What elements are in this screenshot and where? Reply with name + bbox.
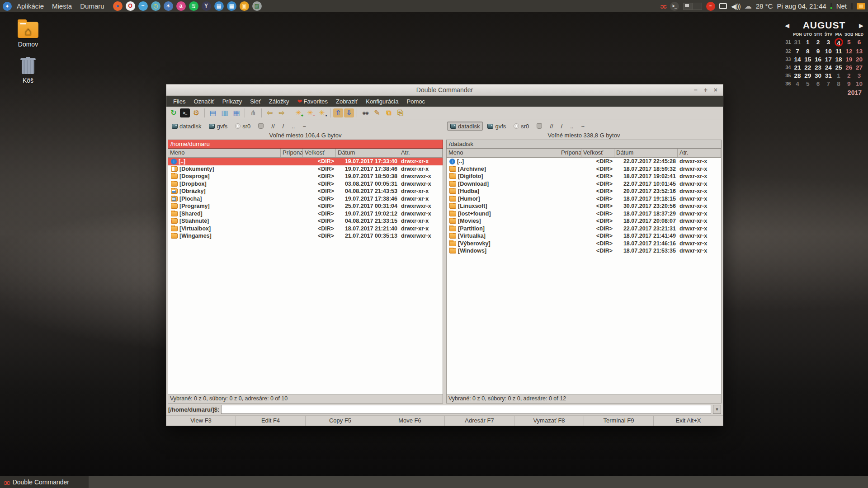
fkey-button-alt+x[interactable]: Exit Alt+X xyxy=(654,416,723,426)
file-row[interactable]: [Linuxsoft]<DIR>30.07.2017 23:20:56drwxr… xyxy=(447,202,721,210)
file-row[interactable]: [Dropbox]<DIR>03.08.2017 00:05:31drwxrwx… xyxy=(168,180,443,188)
fkey-button-f3[interactable]: View F3 xyxy=(166,416,236,426)
drive-button-//[interactable]: // xyxy=(268,122,278,131)
column-header-vekos[interactable]: Veľkosť xyxy=(303,149,336,157)
drive-button-removable[interactable] xyxy=(255,122,267,131)
calendar-day[interactable]: 23 xyxy=(813,63,823,71)
opera-launcher-icon[interactable]: O xyxy=(126,1,135,11)
calendar-day[interactable]: 2 xyxy=(844,71,854,80)
file-list-left[interactable]: ↑[..]<DIR>19.07.2017 17:33:40drwxr-xr-x[… xyxy=(168,158,443,395)
calendar-day[interactable]: 8 xyxy=(802,47,813,55)
calendar-day[interactable]: 30 xyxy=(813,71,823,80)
file-row[interactable]: [Dokumenty]<DIR>19.07.2017 17:38:46drwxr… xyxy=(168,165,443,173)
calendar-day[interactable]: 5 xyxy=(844,37,854,47)
cpu-monitor-icon[interactable] xyxy=(851,3,853,9)
desktop-icon-trash[interactable]: Kôš xyxy=(8,57,48,84)
command-history-dropdown-icon[interactable]: ▼ xyxy=(713,405,721,414)
file-row[interactable]: [Archívne]<DIR>18.07.2017 18:59:32drwxr-… xyxy=(447,165,721,173)
copy-clipboard-icon[interactable]: ⎘ xyxy=(395,108,406,118)
menu-places[interactable]: Miesta xyxy=(48,2,76,10)
window-titlebar[interactable]: Double Commander − + × xyxy=(166,84,723,96)
firefox-launcher-icon[interactable]: ● xyxy=(113,1,123,11)
file-row[interactable]: ↓[Stiahnuté]<DIR>04.08.2017 21:33:15drwx… xyxy=(168,217,443,225)
column-header-meno[interactable]: Meno xyxy=(447,149,559,157)
back-icon[interactable]: ⇦ xyxy=(264,108,275,118)
calendar-day[interactable]: 31 xyxy=(823,71,834,80)
menu-user[interactable]: Dumaru xyxy=(76,2,108,10)
drive-button-/[interactable]: / xyxy=(279,122,288,131)
file-row[interactable]: [Shared]<DIR>19.07.2017 19:02:12drwxrwxr… xyxy=(168,210,443,218)
wave-app-launcher-icon[interactable]: ~ xyxy=(138,1,148,11)
display-tray-icon[interactable] xyxy=(719,3,727,9)
doublecmd-tray-icon[interactable]: ɔc xyxy=(660,2,666,10)
column-header-dtum[interactable]: Dátum xyxy=(614,149,678,157)
fkey-button-f5[interactable]: Copy F5 xyxy=(306,416,375,426)
calendar-day[interactable]: 6 xyxy=(813,80,823,88)
menu-item-pomoc[interactable]: Pomoc xyxy=(403,98,429,105)
drive-button-..[interactable]: .. xyxy=(288,122,298,131)
calendar-day[interactable]: 3 xyxy=(854,71,864,80)
calendar-day[interactable]: 28 xyxy=(793,71,803,80)
file-row[interactable]: [Obrázky]<DIR>04.08.2017 21:43:53drwxr-x… xyxy=(168,188,443,195)
calendar-day[interactable]: 1 xyxy=(834,71,844,80)
column-header-prpona[interactable]: Prípona xyxy=(559,149,581,157)
calendar-day[interactable]: 10 xyxy=(854,80,864,88)
terminal-icon[interactable]: >_ xyxy=(180,108,190,117)
calendar-day[interactable]: 17 xyxy=(823,55,834,63)
clock-app-launcher-icon[interactable]: ◷ xyxy=(151,1,160,11)
drive-button-gvfs[interactable]: gvfs xyxy=(206,122,231,131)
menu-item-favorites[interactable]: ❤Favorites xyxy=(293,98,332,105)
calendar-day[interactable]: 12 xyxy=(844,47,854,55)
file-row[interactable]: [Movies]<DIR>18.07.2017 20:08:07drwxr-xr… xyxy=(447,217,721,225)
update-tray-icon[interactable]: ≡ xyxy=(706,2,715,11)
drive-button-sr0[interactable]: sr0 xyxy=(232,122,254,131)
file-row[interactable]: [Výberovky]<DIR>18.07.2017 21:46:16drwxr… xyxy=(447,240,721,248)
calendar-day[interactable]: 11 xyxy=(834,47,844,55)
file-list-right[interactable]: ↑[..]<DIR>22.07.2017 22:45:28drwxr-xr-x[… xyxy=(446,158,722,395)
drive-button-~[interactable]: ~ xyxy=(578,122,588,131)
photo-app-launcher-icon[interactable]: ▨ xyxy=(252,1,262,11)
multi-rename-icon[interactable]: ✎ xyxy=(372,108,382,118)
fkey-button-f6[interactable]: Move F6 xyxy=(375,416,445,426)
drive-button-~[interactable]: ~ xyxy=(299,122,309,131)
drive-button-/[interactable]: / xyxy=(558,122,566,131)
mate-menu-icon[interactable]: ✦ xyxy=(3,2,12,11)
close-button[interactable]: × xyxy=(714,86,717,94)
drive-button-datadisk[interactable]: datadisk xyxy=(169,122,204,131)
column-header-meno[interactable]: Meno xyxy=(168,149,281,157)
command-input[interactable] xyxy=(221,405,711,414)
grid-app-launcher-icon[interactable]: ▦ xyxy=(227,1,236,11)
fkey-button-f8[interactable]: Vymazať F8 xyxy=(514,416,584,426)
menu-item-označiť[interactable]: Označiť xyxy=(189,98,218,105)
spotify-launcher-icon[interactable]: ≋ xyxy=(189,1,198,11)
brief-view-icon[interactable]: ▤ xyxy=(208,108,218,118)
menu-item-sieť[interactable]: Sieť xyxy=(246,98,265,105)
calendar-day[interactable]: 2 xyxy=(813,37,823,47)
drive-button-//[interactable]: // xyxy=(547,122,556,131)
file-row[interactable]: [Dosprogs]<DIR>19.07.2017 18:50:38drwxrw… xyxy=(168,173,443,180)
calendar-day[interactable]: 31 xyxy=(793,37,803,47)
calendar-day[interactable]: 19 xyxy=(844,55,854,63)
calendar-day[interactable]: 7 xyxy=(793,47,803,55)
pack-options-icon[interactable]: ✳▪ xyxy=(316,108,327,118)
column-header-atr[interactable]: Atr. xyxy=(678,149,721,157)
calendar-day[interactable]: 25 xyxy=(834,63,844,71)
file-row[interactable]: ↑[..]<DIR>22.07.2017 22:45:28drwxr-xr-x xyxy=(447,158,721,165)
column-header-atr[interactable]: Atr. xyxy=(399,149,443,157)
drive-button-datadisk[interactable]: datadisk xyxy=(447,122,483,131)
file-row[interactable]: [Digifoto]<DIR>18.07.2017 19:02:41drwxr-… xyxy=(447,173,721,180)
network-app-launcher-icon[interactable]: Y xyxy=(202,1,211,11)
calendar-day[interactable]: 3 xyxy=(823,37,834,47)
calendar-day[interactable]: 9 xyxy=(844,80,854,88)
file-row[interactable]: [Partition]<DIR>22.07.2017 23:21:31drwxr… xyxy=(447,225,721,233)
calendar-day[interactable]: 14 xyxy=(793,55,803,63)
menu-item-záložky[interactable]: Záložky xyxy=(265,98,293,105)
calendar-day[interactable]: 6 xyxy=(854,37,864,47)
pack-remove-icon[interactable]: ✳− xyxy=(305,108,316,118)
options-icon[interactable]: ⚙ xyxy=(191,108,202,118)
file-row[interactable]: [Download]<DIR>22.07.2017 10:01:45drwxr-… xyxy=(447,180,721,188)
calendar-day[interactable]: 8 xyxy=(834,80,844,88)
file-row[interactable]: [Plocha]<DIR>19.07.2017 17:38:46drwxr-xr… xyxy=(168,195,443,203)
thumbnails-view-icon[interactable]: ▦ xyxy=(231,108,242,118)
search-icon[interactable]: ◉◉ xyxy=(360,108,371,118)
